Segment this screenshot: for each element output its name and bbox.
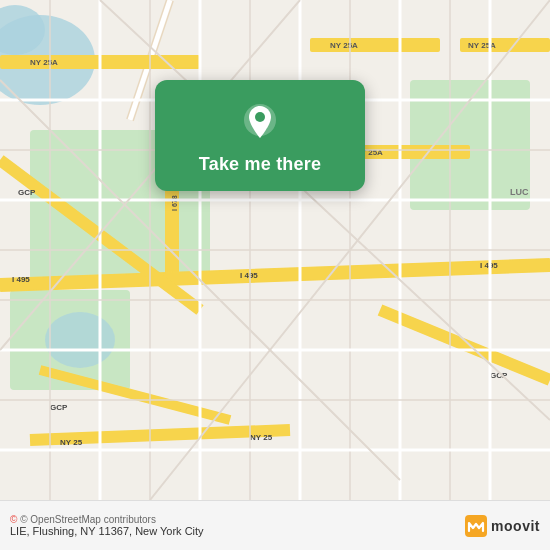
- svg-text:NY 25: NY 25: [60, 438, 83, 447]
- svg-text:GCP: GCP: [18, 188, 36, 197]
- moovit-logo: moovit: [465, 515, 540, 537]
- svg-point-6: [45, 312, 115, 368]
- svg-text:LUC: LUC: [510, 187, 529, 197]
- location-pin-icon: [238, 100, 282, 144]
- map-container: NY 25A NY 25A NY 25A NY 25A I 678 I 495 …: [0, 0, 550, 500]
- svg-text:NY 25A: NY 25A: [30, 58, 58, 67]
- svg-text:I 495: I 495: [240, 271, 258, 280]
- osm-attribution: © OpenStreetMap contributors: [20, 514, 156, 525]
- svg-point-57: [255, 112, 265, 122]
- svg-text:NY 25A: NY 25A: [330, 41, 358, 50]
- bottom-bar: © © OpenStreetMap contributors LIE, Flus…: [0, 500, 550, 550]
- attribution-text: © © OpenStreetMap contributors: [10, 514, 204, 525]
- svg-text:GCP: GCP: [50, 403, 68, 412]
- take-me-there-button[interactable]: Take me there: [199, 154, 321, 175]
- svg-text:NY 25: NY 25: [250, 433, 273, 442]
- moovit-text: moovit: [491, 518, 540, 534]
- location-label: LIE, Flushing, NY 11367, New York City: [10, 525, 204, 537]
- location-card: Take me there: [155, 80, 365, 191]
- copyright-symbol: ©: [10, 514, 17, 525]
- svg-text:I 678: I 678: [171, 195, 178, 211]
- svg-text:NY 25A: NY 25A: [468, 41, 496, 50]
- moovit-m-icon: [465, 515, 487, 537]
- svg-text:I 495: I 495: [12, 275, 30, 284]
- map-svg: NY 25A NY 25A NY 25A NY 25A I 678 I 495 …: [0, 0, 550, 500]
- attribution-area: © © OpenStreetMap contributors LIE, Flus…: [10, 514, 204, 537]
